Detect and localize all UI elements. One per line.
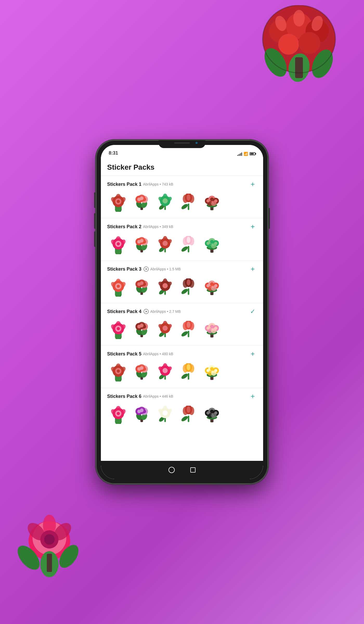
stickers-row-4: [101, 319, 263, 341]
pack-header-1: Stickers Pack 1AbrilApps • 743 kB+: [101, 180, 263, 192]
packs-container: Stickers Pack 1AbrilApps • 743 kB+: [101, 176, 263, 430]
pack-header-3: Stickers Pack 3AbrilApps • 1.5 MB+: [101, 265, 263, 276]
pack-name-4: Stickers Pack 4: [107, 309, 141, 314]
phone-screen: 8:31 📶 Sticker Packs Stickers Pack 1Abri…: [101, 145, 263, 479]
decorative-rose-bottom-left: [13, 510, 86, 582]
svg-point-224: [210, 367, 214, 371]
sticker-5-2[interactable]: [131, 361, 153, 384]
sticker-2-1[interactable]: [107, 234, 129, 256]
pack-name-1: Stickers Pack 1: [107, 182, 141, 187]
recent-button[interactable]: [190, 467, 196, 473]
sticker-3-4[interactable]: [177, 276, 200, 299]
sticker-1-5[interactable]: [201, 192, 223, 214]
svg-rect-24: [47, 554, 52, 572]
svg-rect-210: [188, 373, 189, 380]
sticker-4-3[interactable]: [154, 319, 176, 341]
svg-point-145: [214, 284, 217, 287]
check-icon-4: ✓: [249, 307, 257, 316]
sticker-1-1[interactable]: [107, 192, 129, 214]
sticker-4-2[interactable]: [131, 319, 153, 341]
pack-name-5: Stickers Pack 5: [107, 351, 141, 357]
svg-point-135: [187, 279, 190, 285]
sticker-2-5[interactable]: [201, 234, 223, 256]
add-button-2[interactable]: +: [249, 222, 257, 231]
svg-rect-50: [188, 203, 189, 210]
pack-meta-5: AbrilApps • 480 kB: [143, 352, 173, 356]
sticker-6-3[interactable]: [154, 404, 176, 426]
add-button-6[interactable]: +: [249, 392, 257, 400]
pack-action-3[interactable]: +: [249, 265, 257, 273]
svg-rect-130: [188, 288, 189, 295]
sticker-4-1[interactable]: [107, 319, 129, 341]
sticker-6-5[interactable]: [201, 404, 223, 426]
svg-point-129: [162, 283, 168, 288]
sticker-6-1[interactable]: [107, 404, 129, 426]
pack-section-1: Stickers Pack 1AbrilApps • 743 kB+: [101, 176, 263, 218]
pack-name-6: Stickers Pack 6: [107, 394, 141, 399]
svg-point-122: [140, 281, 144, 285]
svg-point-264: [210, 410, 214, 413]
status-time: 8:31: [109, 150, 118, 156]
stickers-row-6: [101, 404, 263, 426]
add-button-3[interactable]: +: [249, 265, 257, 273]
svg-point-263: [206, 411, 210, 415]
svg-point-162: [140, 324, 144, 327]
svg-point-249: [162, 410, 168, 416]
sticker-3-1[interactable]: [107, 276, 129, 299]
sticker-3-2[interactable]: [131, 276, 153, 299]
sticker-3-3[interactable]: [154, 276, 176, 299]
svg-point-95: [187, 237, 190, 243]
svg-point-4: [278, 34, 299, 55]
sticker-6-4[interactable]: [177, 404, 200, 426]
svg-point-82: [140, 239, 144, 243]
svg-point-64: [210, 198, 214, 201]
svg-point-184: [210, 325, 214, 328]
sticker-1-4[interactable]: [177, 192, 200, 214]
app-content[interactable]: Sticker Packs Stickers Pack 1AbrilApps •…: [101, 158, 263, 461]
svg-point-185: [214, 327, 217, 330]
battery-icon: [250, 152, 255, 155]
pack-play-icon-4[interactable]: [144, 309, 149, 314]
sticker-6-2[interactable]: [131, 404, 153, 426]
svg-point-171: [181, 330, 189, 338]
sticker-3-5[interactable]: [201, 276, 223, 299]
add-button-5[interactable]: +: [249, 350, 257, 358]
svg-point-55: [187, 194, 190, 201]
svg-point-202: [140, 366, 144, 370]
home-button[interactable]: [168, 467, 175, 473]
svg-point-175: [187, 322, 190, 328]
sticker-1-2[interactable]: [131, 192, 153, 214]
svg-point-51: [181, 203, 189, 210]
pack-play-icon-3[interactable]: [144, 266, 149, 272]
pack-meta-3: AbrilApps • 1.5 MB: [150, 267, 181, 271]
svg-point-103: [206, 242, 210, 245]
sticker-4-4[interactable]: [177, 319, 200, 341]
sticker-1-3[interactable]: [154, 192, 176, 214]
wifi-icon: 📶: [244, 152, 248, 156]
pack-action-5[interactable]: +: [249, 350, 257, 358]
sticker-5-1[interactable]: [107, 361, 129, 384]
add-button-1[interactable]: +: [249, 180, 257, 188]
sticker-5-4[interactable]: [177, 361, 200, 384]
sticker-2-4[interactable]: [177, 234, 200, 256]
stickers-row-5: [101, 361, 263, 384]
svg-point-223: [206, 369, 210, 372]
sticker-5-5[interactable]: [201, 361, 223, 384]
pack-meta-4: AbrilApps • 2.7 MB: [150, 309, 181, 314]
pack-action-2[interactable]: +: [249, 222, 257, 231]
sticker-2-3[interactable]: [154, 234, 176, 256]
pack-action-6[interactable]: +: [249, 392, 257, 400]
phone-frame: 8:31 📶 Sticker Packs Stickers Pack 1Abri…: [96, 140, 268, 484]
pack-action-4[interactable]: ✓: [249, 307, 257, 316]
svg-point-105: [214, 242, 217, 245]
svg-point-211: [181, 373, 189, 380]
svg-point-49: [162, 198, 168, 203]
pack-action-1[interactable]: +: [249, 180, 257, 188]
sticker-5-3[interactable]: [154, 361, 176, 384]
sticker-4-5[interactable]: [201, 319, 223, 341]
svg-point-193: [117, 370, 120, 373]
svg-point-73: [117, 242, 120, 245]
svg-point-7: [293, 10, 305, 27]
svg-point-265: [214, 411, 217, 415]
sticker-2-2[interactable]: [131, 234, 153, 256]
